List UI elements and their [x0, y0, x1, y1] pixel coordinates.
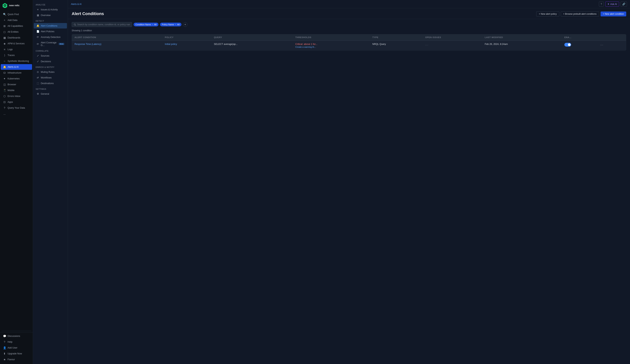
anomaly-icon: ⟳: [36, 36, 39, 38]
link-button[interactable]: 🔗: [620, 2, 627, 6]
nav-item-traces[interactable]: ⟩ Traces: [1, 52, 32, 58]
search-icon: 🔍: [3, 13, 6, 16]
cell-open-issues: ...: [422, 40, 482, 50]
nav-item-browser[interactable]: ◫ Browser: [1, 82, 32, 87]
policy-link[interactable]: Initial policy: [165, 43, 177, 46]
nav-item-synthetic-monitoring[interactable]: ○ Synthetic Monitoring: [1, 58, 32, 64]
mobile-icon: 📱: [3, 89, 6, 92]
condition-filter-value: All: [154, 24, 156, 26]
entities-icon: ◻: [3, 30, 6, 34]
apm-icon: ◈: [3, 42, 6, 45]
sec-label-issues: Issues & Activity: [41, 8, 58, 11]
policy-filter-op: =: [175, 24, 176, 26]
search-input[interactable]: [77, 23, 130, 26]
user-icon: 👤: [3, 346, 6, 349]
new-alert-policy-button[interactable]: + New alert policy: [536, 11, 559, 16]
sec-nav-issues-activity[interactable]: ≡ Issues & Activity: [34, 7, 67, 12]
sec-nav-destinations[interactable]: ⬚ Destinations: [34, 80, 67, 86]
sec-nav-decisions[interactable]: ⤢ Decisions: [34, 59, 67, 64]
conditions-table-inner: Alert condition Policy Query Thresholds …: [72, 34, 626, 50]
breadcrumb: Alerts & AI: [71, 3, 82, 6]
sec-nav-muting-rules[interactable]: ⊙ Muting Rules: [34, 69, 67, 75]
nav-item-favour[interactable]: ★ Favour: [1, 357, 32, 362]
row-more-button[interactable]: ⋯: [599, 43, 604, 47]
workflows-icon: ⇄: [36, 76, 39, 79]
nav-item-dashboards[interactable]: ▦ Dashboards: [1, 35, 32, 40]
nav-item-logs[interactable]: ≡ Logs: [1, 46, 32, 52]
traces-icon: ⟩: [3, 54, 6, 57]
col-enabled: Ena...: [562, 34, 596, 40]
nav-item-quick-find[interactable]: 🔍 Quick Find: [1, 12, 32, 17]
cell-last-modified: Feb 26, 2024, 8:24am: [482, 40, 562, 50]
table-header: Alert condition Policy Query Thresholds …: [72, 34, 626, 40]
condition-name-filter[interactable]: Condition Name = All: [134, 23, 158, 26]
nav-item-more[interactable]: ...: [1, 111, 32, 116]
nav-item-upgrade[interactable]: ⬆ Upgrade Now: [1, 351, 32, 356]
svg-point-2: [4, 5, 6, 6]
new-alert-condition-button[interactable]: + New alert condition: [600, 12, 626, 16]
main-content: Alerts & AI ? ✦ Ask AI 🔗 Alert Condition…: [68, 0, 630, 364]
condition-name-link[interactable]: Response Time (Latency): [74, 43, 101, 46]
beta-badge: Beta: [59, 43, 64, 45]
nav-item-all-entities[interactable]: ◻ All Entities: [1, 29, 32, 35]
enabled-toggle[interactable]: [564, 43, 571, 46]
nav-label-traces: Traces: [8, 54, 15, 56]
nav-label-add-data: Add Data: [8, 19, 17, 22]
settings-section-label: SETTINGS: [33, 86, 68, 91]
nav-item-alerts-ai[interactable]: 🔔 Alerts & AI: [1, 64, 32, 70]
help-button[interactable]: ?: [599, 2, 604, 6]
ask-ai-button[interactable]: ✦ Ask AI: [605, 2, 619, 6]
left-nav: new relic 🔍 Quick Find ＋ Add Data ⊞ All …: [0, 0, 33, 364]
nav-item-discussions[interactable]: 💬 Discussions: [1, 333, 32, 339]
nav-divider: [2, 331, 31, 331]
threshold-warning[interactable]: Create a warning th...: [295, 46, 367, 48]
nav-item-add-data[interactable]: ＋ Add Data: [1, 17, 32, 23]
browse-prebuilt-button[interactable]: + Browse prebuilt alert conditions: [561, 11, 599, 16]
svg-line-4: [75, 25, 76, 26]
cell-enabled: [562, 40, 596, 50]
synthetic-icon: ○: [3, 60, 6, 62]
sec-nav-sources[interactable]: ⤢ Sources: [34, 53, 67, 58]
nav-item-help[interactable]: ? Help: [1, 339, 32, 345]
nav-item-apps[interactable]: ⊡ Apps: [1, 99, 32, 105]
nav-label-help: Help: [8, 340, 12, 343]
sec-nav-overview[interactable]: ▦ Overview: [34, 12, 67, 18]
sec-label-destinations: Destinations: [41, 82, 54, 85]
sec-nav-workflows[interactable]: ⇄ Workflows: [34, 75, 67, 80]
nav-item-errors-inbox[interactable]: ⬡ Errors Inbox: [1, 93, 32, 99]
nav-label-apm: APM & Services: [8, 42, 24, 45]
dashboards-icon: ▦: [3, 36, 6, 39]
kubernetes-icon: ✦: [3, 77, 6, 80]
muting-icon: ⊙: [36, 70, 39, 73]
sec-nav-alert-coverage[interactable]: ⟳ Alert Coverage G... Beta: [34, 40, 67, 48]
policy-name-filter[interactable]: Policy Name = All: [160, 23, 182, 26]
sources-icon: ⤢: [36, 54, 39, 57]
add-filter-button[interactable]: +: [183, 22, 188, 27]
sec-nav-anomaly-detection[interactable]: ⟳ Anomaly Detection: [34, 34, 67, 40]
nav-label-browser: Browser: [8, 83, 16, 86]
sec-label-coverage: Alert Coverage G...: [41, 41, 57, 46]
nav-item-apm-services[interactable]: ◈ APM & Services: [1, 41, 32, 46]
sec-nav-alert-conditions[interactable]: 🔔 Alert Conditions: [34, 23, 67, 28]
col-query: Query: [211, 34, 292, 40]
nav-item-kubernetes[interactable]: ✦ Kubernetes: [1, 76, 32, 82]
new-alert-policy-label: + New alert policy: [539, 13, 557, 15]
sec-nav-general[interactable]: ⚙ General: [34, 91, 67, 96]
nav-item-mobile[interactable]: 📱 Mobile: [1, 88, 32, 93]
nav-label-upgrade: Upgrade Now: [8, 352, 22, 355]
sec-nav-alert-policies[interactable]: 📄 Alert Policies: [34, 29, 67, 34]
analyze-section-label: ANALYZE: [33, 2, 68, 6]
breadcrumb-link[interactable]: Alerts & AI: [71, 3, 82, 6]
apps-icon: ⊡: [3, 100, 6, 104]
nav-item-all-capabilities[interactable]: ⊞ All Capabilities: [1, 23, 32, 29]
help-icon-btn: ?: [600, 3, 602, 6]
destinations-icon: ⬚: [36, 82, 39, 85]
threshold-critical: Critical: above 1 for...: [295, 43, 367, 46]
table-row: Response Time (Latency) Initial policy S…: [72, 40, 626, 50]
nav-item-add-user[interactable]: 👤 Add User: [1, 345, 32, 350]
sec-label-alert-conditions: Alert Conditions: [41, 24, 57, 27]
nav-item-query-your-data[interactable]: ? Query Your Data: [1, 105, 32, 111]
overview-icon: ▦: [36, 14, 39, 16]
nav-item-infrastructure[interactable]: ⛁ Infrastructure: [1, 70, 32, 76]
sec-label-muting: Muting Rules: [41, 71, 54, 73]
